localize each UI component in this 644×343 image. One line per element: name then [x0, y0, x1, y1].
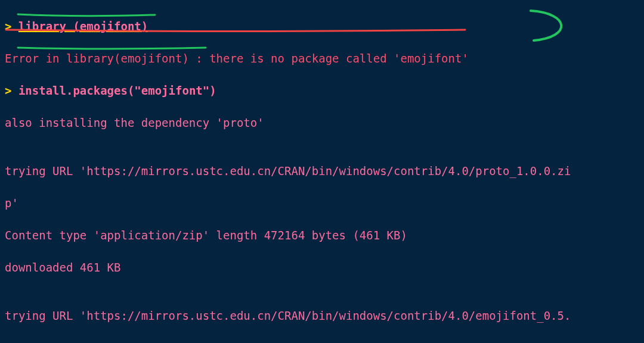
output-line: 3.zip' [5, 340, 639, 343]
output-line: downloaded 461 KB [5, 260, 639, 276]
prompt-symbol: > [5, 84, 11, 97]
output-line: p' [5, 195, 639, 211]
console-line: > install.packages("emojifont") [5, 83, 639, 99]
console-line: > library (emojifont) [5, 18, 639, 35]
r-console[interactable]: > library (emojifont) Error in library(e… [0, 0, 644, 343]
output-line: also installing the dependency 'proto' [5, 115, 639, 131]
error-line: Error in library(emojifont) : there is n… [5, 51, 639, 67]
prompt-symbol: > [5, 20, 11, 33]
output-line: Content type 'application/zip' length 47… [5, 227, 639, 244]
command-library: library (emojifont) [18, 20, 148, 33]
output-line: trying URL 'https://mirrors.ustc.edu.cn/… [5, 308, 639, 324]
output-line: trying URL 'https://mirrors.ustc.edu.cn/… [5, 163, 639, 179]
command-install: install.packages("emojifont") [18, 84, 216, 97]
